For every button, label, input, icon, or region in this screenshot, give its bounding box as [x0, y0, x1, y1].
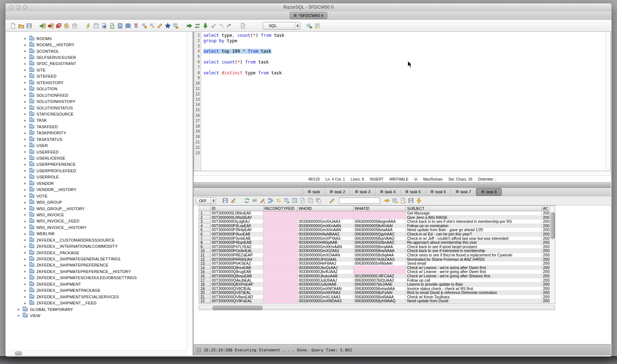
code-line[interactable] [203, 151, 605, 156]
expand-arrow-icon[interactable]: ▶ [24, 226, 29, 229]
table-cell[interactable] [263, 266, 298, 270]
table-cell[interactable]: 00T3000000PRR8rEAH [211, 257, 263, 262]
table-cell[interactable]: 00T3000000P47LYEAZ [211, 245, 263, 249]
export-table-icon[interactable] [172, 22, 179, 29]
column-header[interactable]: RECORDTYPEID [263, 206, 298, 211]
table-cell[interactable] [263, 291, 298, 295]
sidebar-item[interactable]: ▶TASKSTATUS [5, 136, 186, 142]
sidebar-item[interactable]: ▶SOLUTIONSTATUS [5, 105, 186, 111]
table-cell[interactable]: 200 [542, 274, 549, 278]
table-cell[interactable]: 00630000005QgzhAAC [354, 232, 406, 237]
table-row[interactable]: 1500T3000000Q8rugEAB0033000000JbvRJAAZCh… [199, 270, 555, 274]
close-tab-icon[interactable]: ⊠ [431, 190, 433, 194]
sidebar-item[interactable]: ▶SOLUTIONHISTORY [5, 98, 186, 104]
document-tab[interactable]: ⊠ *SFDCW50 II [290, 12, 327, 19]
result-tab[interactable]: ⊠task 7 [451, 188, 476, 195]
scrollbar-thumb[interactable] [551, 212, 555, 239]
sidebar-horizontal-scrollbar[interactable] [5, 350, 187, 355]
row-number[interactable]: 17 [199, 278, 211, 283]
table-row[interactable]: 2200T3000000QV9FaEAL0033000000GmXMDAA300… [199, 299, 555, 303]
sidebar-item[interactable]: ▶ZKFEDEX__PACKAGE [5, 250, 186, 256]
expand-arrow-icon[interactable]: ▶ [24, 68, 29, 72]
table-cell[interactable]: 00T3000000PfvKSEAZ [211, 261, 263, 266]
expand-arrow-icon[interactable]: ▶ [24, 144, 29, 147]
table-cell[interactable] [263, 240, 298, 245]
minimize-window-button[interactable] [16, 5, 20, 9]
redo-icon[interactable] [225, 22, 233, 29]
open-file-icon[interactable] [17, 22, 25, 29]
outline-icon[interactable] [314, 22, 321, 29]
table-cell[interactable]: 0033000000JbukoAAB [298, 274, 354, 278]
row-number[interactable]: 1 [199, 211, 211, 216]
expand-arrow-icon[interactable]: ▶ [24, 194, 29, 198]
expand-arrow-icon[interactable]: ▶ [24, 131, 29, 135]
expand-arrow-icon[interactable]: ▶ [24, 264, 29, 267]
table-cell[interactable]: 200 [542, 228, 549, 232]
save-results-icon[interactable] [221, 197, 229, 204]
row-number[interactable]: 6 [199, 232, 211, 237]
go-search-icon[interactable] [383, 197, 391, 204]
sidebar-item[interactable]: ▶ZKFEDEX__CUSTOMADDRESSSOURCE [5, 237, 186, 243]
expand-arrow-icon[interactable]: ▶ [24, 157, 29, 160]
sidebar-item[interactable]: ▶SCONTROL [5, 48, 186, 54]
column-header[interactable]: SUBJECT [406, 206, 542, 211]
edit-cell-icon[interactable] [259, 197, 266, 204]
table-cell[interactable]: 00T3000000QV8CfEAL [211, 287, 263, 291]
sidebar-item[interactable]: ▶SOLUTION [5, 86, 186, 92]
code-line[interactable] [203, 134, 605, 140]
expand-arrow-icon[interactable]: ▶ [24, 169, 29, 172]
table-cell[interactable]: 00630000007blc2AAE [354, 282, 406, 287]
table-cell[interactable]: 0033000000GmXKPAA3 [298, 291, 354, 295]
table-row[interactable]: 2100T3000000QV8wsEAD0033000000GmXLXAA300… [199, 295, 555, 299]
table-cell[interactable]: Check-in w/ Jeff - couldn't afford last … [406, 237, 542, 241]
code-line[interactable] [203, 145, 605, 151]
code-line[interactable] [203, 97, 605, 103]
arrow-right-icon[interactable] [186, 22, 193, 29]
table-cell[interactable]: 200 [542, 253, 549, 257]
table-vertical-scrollbar[interactable] [549, 206, 555, 304]
sidebar-item[interactable]: ▶ZKFEDEX__SHIPMENTPACKAGE [5, 287, 186, 294]
new-connection-icon[interactable] [63, 22, 70, 29]
row-number[interactable]: 18 [199, 282, 211, 287]
table-cell[interactable]: 00630000005xfWaAAI [354, 261, 406, 266]
expand-arrow-icon[interactable]: ▶ [24, 138, 29, 141]
sidebar-item[interactable]: ▶VIEW [5, 312, 186, 318]
table-cell[interactable] [263, 220, 298, 224]
row-number[interactable]: 11 [199, 253, 211, 257]
table-cell[interactable]: 0033000000GmXPYAA3 [298, 237, 354, 241]
expand-arrow-icon[interactable]: ▶ [24, 295, 29, 298]
table-cell[interactable] [263, 249, 298, 253]
copy-results-icon[interactable] [307, 197, 314, 204]
sidebar-item[interactable]: ▶SOLUTIONFEED [5, 92, 186, 98]
expand-arrow-icon[interactable]: ▶ [24, 182, 29, 185]
sidebar-item[interactable]: ▶GLOBAL TEMPORARY [5, 306, 186, 312]
table-cell[interactable]: 200 [542, 261, 549, 266]
sidebar-item[interactable]: ▶ROOMS [5, 35, 186, 42]
table-cell[interactable]: 200 [542, 257, 549, 262]
row-number[interactable]: 10 [199, 249, 211, 253]
results-search-input[interactable] [339, 198, 380, 204]
expand-arrow-icon[interactable]: ▶ [18, 308, 23, 311]
row-number[interactable]: 8 [199, 240, 211, 245]
expand-arrow-icon[interactable]: ▶ [24, 282, 29, 286]
table-cell[interactable]: 00T3000000QV9FaEAL [211, 299, 263, 303]
row-number[interactable]: 12 [199, 257, 211, 262]
table-cell[interactable] [263, 257, 298, 262]
table-cell[interactable]: 200 [542, 240, 549, 245]
sidebar-item[interactable]: ▶W50_INVOICE__FEED [5, 218, 186, 224]
expand-arrow-icon[interactable]: ▶ [24, 81, 29, 84]
row-number[interactable]: 2 [199, 216, 211, 220]
table-cell[interactable]: 0033000000HirF8AAJ [298, 261, 354, 266]
editor-code[interactable]: select type, count(*) from taskgroup by … [202, 32, 605, 171]
table-cell[interactable]: 00T3000000Q8rugEAB [211, 270, 263, 274]
table-cell[interactable]: 200 [542, 245, 549, 249]
sidebar-item[interactable]: ▶ZKFEDEX__SHIPMATEPREFERENCE [5, 262, 186, 268]
expand-arrow-icon[interactable]: ▶ [24, 289, 29, 292]
table-cell[interactable]: 006300000058ympAAA [354, 287, 406, 291]
table-cell[interactable]: 006300000058yKhAAI [354, 224, 406, 228]
statement-type-select[interactable]: SQL [263, 22, 300, 30]
table-cell[interactable]: Follow-up on nomination [406, 224, 542, 228]
table-cell[interactable]: Give Jenn a BIG RAISE [406, 216, 542, 220]
table-cell[interactable] [263, 216, 298, 220]
close-tab-icon[interactable]: ⊠ [308, 190, 311, 194]
